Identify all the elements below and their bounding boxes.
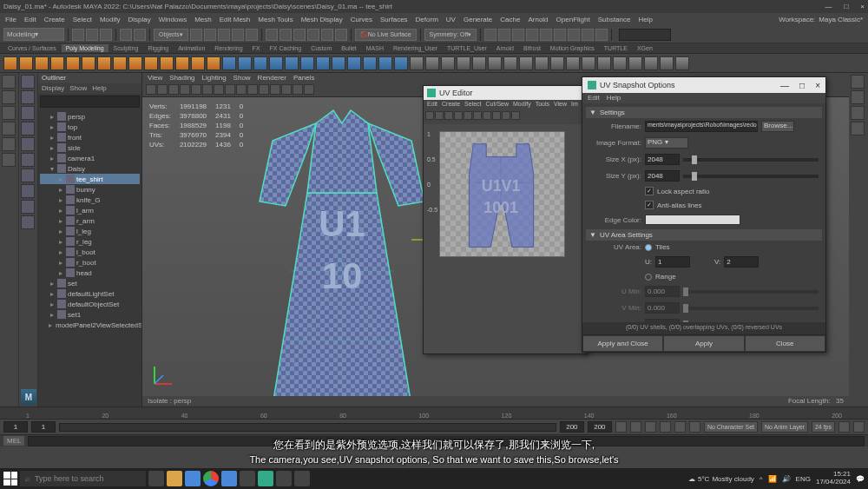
shelf-icon[interactable] xyxy=(425,56,439,70)
snap-icon-6[interactable] xyxy=(335,29,347,41)
menu-mesh-tools[interactable]: Mesh Tools xyxy=(258,16,293,23)
snapshot-menu-help[interactable]: Help xyxy=(607,94,621,102)
v-input[interactable] xyxy=(724,256,759,268)
save-scene-icon[interactable] xyxy=(100,29,112,41)
fps-dropdown[interactable]: 24 fps xyxy=(812,421,835,433)
edge-color-swatch[interactable] xyxy=(645,215,740,225)
sel-icon-3[interactable] xyxy=(218,29,230,41)
shelf-icon[interactable] xyxy=(644,56,658,70)
shelf-icon[interactable] xyxy=(113,56,127,70)
shelf-icon[interactable] xyxy=(488,56,502,70)
shelf-icon[interactable] xyxy=(300,56,314,70)
vp-menu-lighting[interactable]: Lighting xyxy=(202,74,227,83)
outliner-node[interactable]: ▸side xyxy=(40,142,140,153)
menu-windows[interactable]: Windows xyxy=(159,16,187,23)
snap-icon-2[interactable] xyxy=(279,29,292,41)
script-lang-toggle[interactable]: MEL xyxy=(3,436,24,446)
prefs-icon[interactable] xyxy=(853,421,865,433)
sidebar-icon[interactable] xyxy=(21,215,35,229)
uv-tool-icon[interactable] xyxy=(464,111,472,120)
snap-icon-3[interactable] xyxy=(293,29,306,41)
outliner-search[interactable] xyxy=(40,96,140,108)
menu-generate[interactable]: Generate xyxy=(464,16,492,23)
misc-icon-4[interactable] xyxy=(526,29,538,41)
shelf-tab[interactable]: TURTLE xyxy=(600,44,632,52)
shelf-icon[interactable] xyxy=(50,56,64,70)
sidebar-icon[interactable] xyxy=(21,184,35,198)
uv-tool-icon[interactable] xyxy=(483,111,491,120)
step-back-icon[interactable] xyxy=(630,421,641,433)
outliner-node[interactable]: ▸l_arm xyxy=(40,205,140,215)
selection-search[interactable] xyxy=(619,29,671,41)
sizey-input[interactable] xyxy=(645,170,680,182)
clock[interactable]: 15:21 17/04/2024 xyxy=(816,471,851,486)
shelf-tab[interactable]: Rigging xyxy=(143,44,173,52)
u-input[interactable] xyxy=(655,256,690,268)
tool-settings-icon[interactable] xyxy=(851,106,865,120)
chrome-icon[interactable] xyxy=(203,471,219,486)
undo-icon[interactable] xyxy=(120,29,132,41)
snapshot-titlebar[interactable]: UV Snapshot Options — □ × xyxy=(582,77,825,93)
outliner-menu-display[interactable]: Display xyxy=(42,84,64,93)
shelf-icon[interactable] xyxy=(175,56,189,70)
sidebar-icon[interactable] xyxy=(21,90,35,104)
uvarea-header[interactable]: ▼ UV Area Settings xyxy=(586,229,822,241)
shelf-tab[interactable]: FX xyxy=(248,44,265,52)
attr-editor-icon[interactable] xyxy=(851,90,865,104)
filename-input[interactable]: ments\maya\projects\Robot\images\redo_ta… xyxy=(645,121,758,132)
shelf-icon[interactable] xyxy=(457,56,470,70)
menu-file[interactable]: File xyxy=(5,16,16,23)
shelf-icon[interactable] xyxy=(613,56,627,70)
vp-tool-icon[interactable] xyxy=(191,84,201,95)
start-frame-input[interactable] xyxy=(3,421,28,433)
auto-key-icon[interactable] xyxy=(838,421,850,433)
uv-editor-titlebar[interactable]: UV Editor xyxy=(424,86,587,100)
scale-tool-icon[interactable] xyxy=(2,137,16,151)
shelf-icon[interactable] xyxy=(128,56,142,70)
app-icon[interactable] xyxy=(294,471,310,486)
shelf-icon[interactable] xyxy=(316,56,330,70)
language-indicator[interactable]: ENG xyxy=(796,475,811,483)
apply-close-button[interactable]: Apply and Close xyxy=(582,335,663,352)
shelf-icon[interactable] xyxy=(660,56,674,70)
outliner-node[interactable]: ▸l_boot xyxy=(40,247,140,257)
range-radio[interactable] xyxy=(645,274,652,281)
workspace-selector[interactable]: Workspace: Maya Classic* xyxy=(779,16,863,23)
menu-modify[interactable]: Modify xyxy=(100,16,121,23)
sidebar-icon[interactable] xyxy=(21,169,35,182)
outliner-menu-help[interactable]: Help xyxy=(92,84,106,93)
misc-icon-5[interactable] xyxy=(540,29,552,41)
outliner-node[interactable]: ▾Daisy xyxy=(40,163,140,174)
shelf-icon[interactable] xyxy=(410,56,424,70)
anim-layer-dropdown[interactable]: No Anim Layer xyxy=(761,421,808,433)
outliner-node[interactable]: ▸r_arm xyxy=(40,215,140,226)
outliner-node[interactable]: ▸bunny xyxy=(40,184,140,195)
uv-editor-window[interactable]: UV Editor Edit Create Select Cut/Sew Mod… xyxy=(423,85,588,354)
shelf-icon[interactable] xyxy=(144,56,158,70)
step-forward-icon[interactable] xyxy=(674,421,686,433)
redo-icon[interactable] xyxy=(134,29,146,41)
close-icon[interactable]: × xyxy=(860,3,865,10)
uv-menu-select[interactable]: Select xyxy=(464,101,481,109)
start-range-input[interactable] xyxy=(31,421,56,433)
shelf-tab[interactable]: Rendering xyxy=(210,44,247,52)
sizex-input[interactable] xyxy=(645,154,680,165)
uv-tool-icon[interactable] xyxy=(435,111,444,120)
live-surface[interactable]: 🚫 No Live Surface xyxy=(355,29,417,41)
shelf-icon[interactable] xyxy=(66,56,80,70)
sel-icon-1[interactable] xyxy=(190,29,202,41)
forward-end-icon[interactable] xyxy=(689,421,700,433)
vp-tool-icon[interactable] xyxy=(259,84,269,95)
time-slider[interactable]: 120406080100120140160180200 xyxy=(0,406,868,419)
vp-tool-icon[interactable] xyxy=(293,84,303,95)
uv-snapshot-window[interactable]: UV Snapshot Options — □ × Edit Help ▼ Se… xyxy=(582,76,826,353)
menu-substance[interactable]: Substance xyxy=(598,16,631,23)
vp-tool-icon[interactable] xyxy=(304,84,314,95)
select-tool-icon[interactable] xyxy=(2,75,16,89)
shelf-tab[interactable]: Bullet xyxy=(337,44,361,52)
vp-tool-icon[interactable] xyxy=(225,84,235,95)
uv-menu-modify[interactable]: Modify xyxy=(513,101,531,109)
outliner-node[interactable]: ▸front xyxy=(40,132,140,142)
lock-aspect-checkbox[interactable]: ✓ xyxy=(645,187,654,195)
sel-icon-2[interactable] xyxy=(204,29,216,41)
